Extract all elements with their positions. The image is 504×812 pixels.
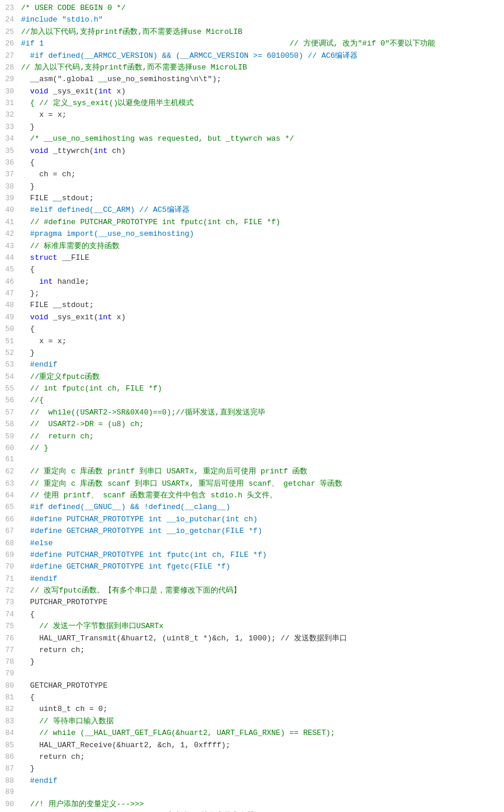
line-number: 54 — [0, 372, 21, 383]
code-line: 60 // } — [0, 442, 504, 454]
line-content: //加入以下代码,支持printf函数,而不需要选择use MicroLIB — [21, 26, 499, 38]
code-line: 58 // USART2->DR = (u8) ch; — [0, 419, 504, 430]
line-number: 28 — [0, 62, 21, 74]
code-line: 66 #define PUTCHAR_PROTOTYPE int __io_pu… — [0, 514, 504, 525]
line-content: { // 定义_sys_exit()以避免使用半主机模式 — [21, 97, 499, 109]
line-number: 31 — [0, 98, 21, 109]
line-content: // 加入以下代码,支持printf函数,而不需要选择use MicroLIB — [21, 62, 499, 74]
code-line: 76 HAL_UART_Transmit(&huart2, (uint8_t *… — [0, 633, 504, 644]
line-content: // 改写fputc函数。【有多个串口是，需要修改下面的代码】 — [21, 585, 499, 597]
code-line: 34 /* __use_no_semihosting was requested… — [0, 133, 504, 145]
line-number: 81 — [0, 692, 21, 703]
line-number: 40 — [0, 205, 21, 216]
line-number: 85 — [0, 740, 21, 751]
code-line: 50 { — [0, 323, 504, 335]
line-number: 29 — [0, 74, 21, 85]
line-number: 89 — [0, 787, 21, 798]
line-content: #pragma import(__use_no_semihosting) — [21, 228, 499, 240]
code-line: 51 x = x; — [0, 336, 504, 347]
line-number: 87 — [0, 764, 21, 775]
line-content: #define PUTCHAR_PROTOTYPE int fputc(int … — [21, 549, 499, 561]
code-line: 87 } — [0, 763, 504, 775]
line-content: FILE __stdout; — [21, 193, 499, 204]
line-number: 70 — [0, 562, 21, 573]
line-content: #else — [21, 538, 499, 549]
line-content: // while((USART2->SR&0X40)==0);//循环发送,直到… — [21, 407, 499, 419]
line-content: return ch; — [21, 751, 499, 763]
line-content: FILE __stdout; — [21, 299, 499, 311]
line-number: 44 — [0, 253, 21, 264]
code-line: 33 } — [0, 121, 504, 133]
line-content: // 等待串口输入数据 — [21, 716, 499, 727]
line-content: uint8_t ch = 0; — [21, 703, 499, 715]
code-line: 62 // 重定向 c 库函数 printf 到串口 USARTx, 重定向后可… — [0, 466, 504, 478]
code-line: 68 #else — [0, 538, 504, 549]
line-number: 46 — [0, 277, 21, 288]
line-content: #endif — [21, 359, 499, 371]
line-content: PUTCHAR_PROTOTYPE — [21, 597, 499, 608]
code-line: 25//加入以下代码,支持printf函数,而不需要选择use MicroLIB — [0, 26, 504, 38]
line-content: // while (__HAL_UART_GET_FLAG(&huart2, U… — [21, 727, 499, 739]
line-number: 39 — [0, 193, 21, 204]
line-content: }; — [21, 288, 499, 299]
line-number: 62 — [0, 466, 21, 478]
line-number: 65 — [0, 502, 21, 513]
line-content: void _sys_exit(int x) — [21, 312, 499, 323]
code-line: 71 #endif — [0, 573, 504, 585]
code-line: 77 return ch; — [0, 644, 504, 656]
line-number: 75 — [0, 621, 21, 632]
line-number: 84 — [0, 728, 21, 739]
line-content: #define GETCHAR_PROTOTYPE int __io_getch… — [21, 525, 499, 537]
code-line: 56 //{ — [0, 395, 504, 406]
line-content: // int fputc(int ch, FILE *f) — [21, 383, 499, 395]
code-line: 72 // 改写fputc函数。【有多个串口是，需要修改下面的代码】 — [0, 585, 504, 597]
line-number: 52 — [0, 348, 21, 359]
line-content: // 标准库需要的支持函数 — [21, 241, 499, 252]
line-content: // USART2->DR = (u8) ch; — [21, 419, 499, 430]
line-number: 53 — [0, 360, 21, 371]
code-line: 74 { — [0, 609, 504, 621]
line-content: HAL_UART_Transmit(&huart2, (uint8_t *)&c… — [21, 633, 499, 644]
line-number: 23 — [0, 3, 21, 14]
code-line: 70 #define GETCHAR_PROTOTYPE int fgetc(F… — [0, 561, 504, 573]
line-content: ch = ch; — [21, 169, 499, 180]
code-line: 48 FILE __stdout; — [0, 299, 504, 311]
line-number: 66 — [0, 514, 21, 525]
code-line: 46 int handle; — [0, 276, 504, 288]
line-number: 64 — [0, 490, 21, 501]
line-number: 32 — [0, 110, 21, 121]
code-line: 85 HAL_UART_Receive(&huart2, &ch, 1, 0xf… — [0, 740, 504, 751]
code-line: 32 x = x; — [0, 109, 504, 121]
code-container: 23/* USER CODE BEGIN 0 */24#include "std… — [0, 0, 504, 812]
line-content: /* __use_no_semihosting was requested, b… — [21, 133, 499, 145]
code-line: 61 — [0, 454, 504, 466]
line-content: } — [21, 181, 499, 193]
line-content: { — [21, 157, 499, 169]
line-content: #endif — [21, 775, 499, 787]
line-number: 56 — [0, 395, 21, 406]
code-line: 35 void _ttywrch(int ch) — [0, 145, 504, 157]
line-number: 34 — [0, 134, 21, 145]
line-content: #if 1 // 方便调试, 改为"#if 0"不要以下功能 — [21, 38, 499, 50]
line-number: 45 — [0, 264, 21, 276]
line-number: 55 — [0, 384, 21, 395]
code-line: 75 // 发送一个字节数据到串口USARTx — [0, 621, 504, 632]
line-number: 60 — [0, 443, 21, 454]
code-line: 40 #elif defined(__CC_ARM) // AC5编译器 — [0, 204, 504, 216]
line-content: // 使用 printf、 scanf 函数需要在文件中包含 stdio.h 头… — [21, 490, 499, 501]
line-content: { — [21, 264, 499, 276]
code-line: 30 void _sys_exit(int x) — [0, 86, 504, 97]
code-line: 79 — [0, 668, 504, 680]
code-line: 43 // 标准库需要的支持函数 — [0, 241, 504, 252]
line-content: // #define PUTCHAR_PROTOTYPE int fputc(i… — [21, 217, 499, 228]
code-line: 49 void _sys_exit(int x) — [0, 312, 504, 323]
code-line: 89 — [0, 787, 504, 799]
line-number: 69 — [0, 550, 21, 561]
line-content: HAL_UART_Receive(&huart2, &ch, 1, 0xffff… — [21, 740, 499, 751]
code-line: 53 #endif — [0, 359, 504, 371]
line-content: //! 用户添加的变量定义--->>> — [21, 799, 499, 810]
line-number: 73 — [0, 597, 21, 608]
line-content: { — [21, 323, 499, 335]
line-number: 51 — [0, 336, 21, 347]
line-content: { — [21, 609, 499, 621]
